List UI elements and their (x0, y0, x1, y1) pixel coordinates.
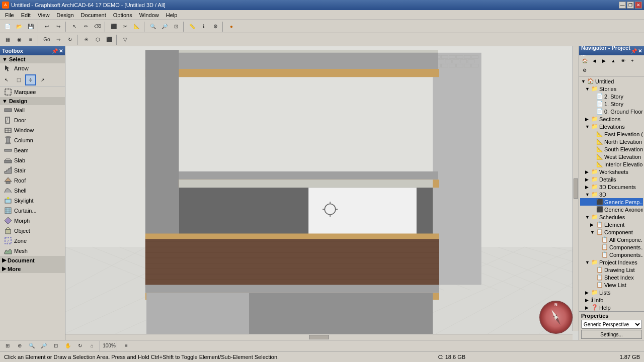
scrollbar-thumb-v[interactable] (574, 178, 578, 199)
tb2-3dview[interactable]: ◉ (14, 35, 25, 45)
nav-home-btn[interactable]: 🏠 (580, 56, 589, 65)
tree-node-untitled[interactable]: ▼ 🏠 Untitled (580, 77, 643, 85)
toolbox-column[interactable]: Column (0, 135, 65, 145)
tb-section[interactable]: ✂ (120, 22, 131, 32)
toolbox-beam[interactable]: Beam (0, 145, 65, 155)
tb2-go[interactable]: Go (41, 35, 52, 45)
tree-node-3d[interactable]: ▼ 📁 3D (580, 191, 643, 198)
tree-node-interior-elev[interactable]: 📐 Interior Elevations (580, 160, 643, 168)
menu-file[interactable]: File (2, 11, 17, 19)
menu-options[interactable]: Options (110, 11, 135, 19)
tb-settings[interactable]: ⚙ (210, 22, 221, 32)
design-section-header[interactable]: ▼ Design (0, 97, 65, 105)
tree-node-project-indexes[interactable]: ▼ 📁 Project Indexes (580, 258, 643, 266)
tb-elevation[interactable]: 📐 (131, 22, 142, 32)
restore-button[interactable]: ❐ (627, 2, 634, 9)
bt-snap-btn[interactable]: ⊕ (14, 341, 25, 351)
tree-node-lists[interactable]: ▶ 📁 Lists (580, 289, 643, 296)
nav-up-btn[interactable]: ▲ (609, 56, 618, 65)
tb-info[interactable]: ℹ (198, 22, 209, 32)
toolbox-morph[interactable]: Morph (0, 216, 65, 226)
tree-node-schedules[interactable]: ▼ 📁 Schedules (580, 213, 643, 221)
toolbox-pin-btn[interactable]: 📌 (52, 48, 58, 54)
more-section-header[interactable]: ▶ More (0, 264, 65, 273)
toolbox-curtain[interactable]: Curtain... (0, 206, 65, 216)
extra-tool[interactable]: ↗ (37, 74, 48, 85)
tree-node-story2[interactable]: 📄 2. Story (580, 93, 643, 100)
tree-node-west-elev[interactable]: 📐 West Elevation (... (580, 153, 643, 160)
minimize-button[interactable]: — (619, 2, 626, 9)
tb-save[interactable]: 💾 (25, 22, 36, 32)
bt-grid-btn[interactable]: ⊞ (2, 341, 13, 351)
tb-new[interactable]: 📄 (2, 22, 13, 32)
tb-measure[interactable]: 📏 (187, 22, 198, 32)
tree-node-components3[interactable]: 📋 Components... (580, 251, 643, 258)
toolbox-object[interactable]: Object (0, 226, 65, 236)
bt-pan-btn[interactable]: ✋ (62, 341, 73, 351)
tb-3d[interactable]: ⬛ (108, 22, 119, 32)
tree-node-north-elev[interactable]: 📐 North Elevation (580, 138, 643, 145)
bt-layer-btn[interactable]: ≡ (121, 341, 132, 351)
tree-node-component[interactable]: ▼ 📋 Component (580, 228, 643, 236)
tree-node-story0[interactable]: 📄 0. Ground Floor (580, 108, 643, 115)
tb2-floor[interactable]: ▦ (2, 35, 13, 45)
bt-zoom-out-btn[interactable]: 🔎 (38, 341, 49, 351)
tb2-filter[interactable]: ▽ (120, 35, 131, 45)
tree-node-elevations[interactable]: ▼ 📁 Elevations (580, 123, 643, 130)
tree-node-view-list[interactable]: 📋 View List (580, 281, 643, 289)
tb2-navigate[interactable]: ⇒ (53, 35, 64, 45)
toolbox-marquee[interactable]: Marquee (0, 87, 65, 97)
scrollbar-thumb-h[interactable] (309, 335, 329, 339)
properties-select[interactable]: Generic Perspective (581, 320, 642, 329)
bt-reset-btn[interactable]: ⌂ (87, 341, 98, 351)
tree-node-3d-docs[interactable]: ▶ 📁 3D Documents (580, 183, 643, 191)
marquee-tool[interactable]: ⬚ (13, 74, 24, 85)
tb-open[interactable]: 📂 (14, 22, 25, 32)
cursor-tool[interactable]: ↖ (1, 74, 12, 85)
tree-node-sections[interactable]: ▶ 📁 Sections (580, 115, 643, 123)
nav-fwd-btn[interactable]: ▶ (599, 56, 608, 65)
viewport[interactable]: N (65, 46, 579, 340)
viewport-scrollbar-v[interactable] (573, 46, 579, 331)
tree-node-drawing-list[interactable]: 📋 Drawing List (580, 266, 643, 274)
viewport-scrollbar-h[interactable] (65, 334, 573, 340)
tree-node-help[interactable]: ▶ ❓ Help (580, 304, 643, 311)
toolbox-skylight[interactable]: Skylight (0, 196, 65, 206)
tb-zoom-in[interactable]: 🔍 (147, 22, 158, 32)
nav-back-btn[interactable]: ◀ (590, 56, 599, 65)
tb-zoom-out[interactable]: 🔎 (159, 22, 170, 32)
toolbox-window[interactable]: Window (0, 125, 65, 135)
toolbox-close-btn[interactable]: ✕ (59, 48, 63, 54)
tree-node-details[interactable]: ▶ 📁 Details (580, 175, 643, 183)
bt-orbit-btn[interactable]: ↻ (74, 341, 86, 351)
document-section-header[interactable]: ▶ Document (0, 256, 65, 264)
active-tool[interactable]: ⊹ (25, 74, 36, 85)
toolbox-door[interactable]: Door (0, 115, 65, 125)
menu-edit[interactable]: Edit (18, 11, 34, 19)
tree-node-element[interactable]: ▶ 📋 Element (580, 221, 643, 228)
tree-node-all-comp[interactable]: 📋 All Compone... (580, 236, 643, 243)
nav-view-btn[interactable]: 👁 (618, 56, 627, 65)
compass-overlay[interactable]: N (538, 300, 574, 335)
tb-pencil[interactable]: ✏ (80, 22, 92, 32)
tree-node-east-elev[interactable]: 📐 East Elevation (... (580, 130, 643, 138)
bt-percent-btn[interactable]: 100% (104, 341, 115, 351)
tree-node-components2[interactable]: 📋 Components... (580, 243, 643, 251)
menu-view[interactable]: View (35, 11, 53, 19)
menu-design[interactable]: Design (53, 11, 76, 19)
tb2-sun[interactable]: ☀ (80, 35, 92, 45)
tree-node-generic-axon[interactable]: ⬛ Generic Axonom... (580, 206, 643, 213)
tb-fit[interactable]: ⊡ (171, 22, 182, 32)
nav-settings-btn[interactable]: ⚙ (580, 66, 589, 75)
tree-node-sheet-index[interactable]: 📋 Sheet Index (580, 274, 643, 281)
toolbox-zone[interactable]: Z Zone (0, 236, 65, 246)
toolbox-stair[interactable]: Stair (0, 165, 65, 175)
toolbox-slab[interactable]: Slab (0, 155, 65, 165)
settings-button[interactable]: Settings... (581, 330, 642, 339)
tb-undo[interactable]: ↩ (41, 22, 52, 32)
tb-redo[interactable]: ↪ (53, 22, 64, 32)
tree-node-info[interactable]: ▶ ℹ Info (580, 296, 643, 304)
menu-help[interactable]: Help (163, 11, 181, 19)
tb2-wire[interactable]: ⬡ (92, 35, 103, 45)
toolbox-roof[interactable]: Roof (0, 175, 65, 186)
